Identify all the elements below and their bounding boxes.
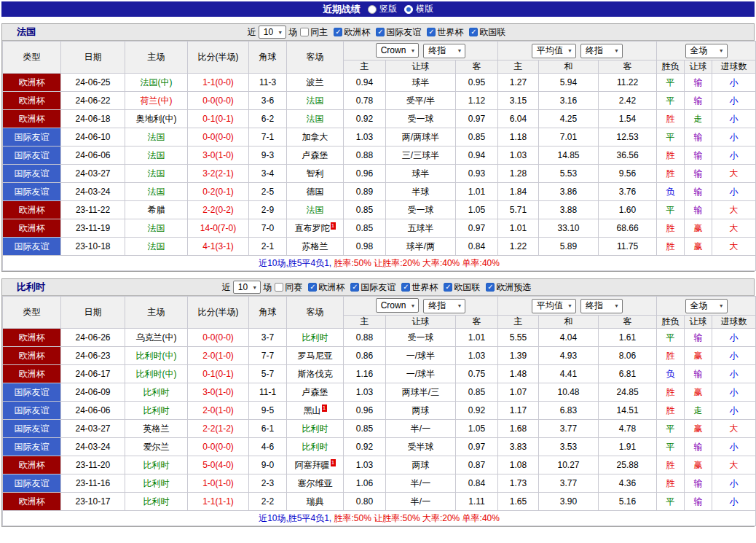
period-dropdown[interactable]: 全场▼ bbox=[685, 299, 728, 313]
period-dropdown[interactable]: 全场▼ bbox=[685, 44, 728, 58]
avg-home-cell: 1.65 bbox=[498, 493, 539, 511]
avg-home-cell: 1.28 bbox=[498, 165, 539, 183]
summary-record: 近10场,胜5平4负1, bbox=[259, 258, 334, 268]
matches-label: 场 bbox=[288, 26, 297, 39]
match-row: 欧洲杯24-06-17比利时(中)0-1(0-1)5-7斯洛伐克1.16一/球半… bbox=[3, 365, 756, 383]
handicap-cell: 球半 bbox=[386, 165, 456, 183]
handicap-cell: 一/球半 bbox=[386, 365, 456, 383]
competition-filter-1-checkbox[interactable] bbox=[376, 28, 385, 36]
competition-type-cell: 欧洲杯 bbox=[3, 92, 61, 110]
odds-home-cell: 0.86 bbox=[344, 347, 386, 365]
corner-cell: 11-1 bbox=[249, 383, 287, 402]
goals-result-cell: 小 bbox=[712, 147, 756, 165]
bookmaker-dropdown[interactable]: Crown▼ bbox=[376, 43, 420, 58]
competition-type-cell: 国际友谊 bbox=[3, 383, 61, 402]
odds-time-dropdown[interactable]: 终指▼ bbox=[423, 299, 465, 313]
odds-home-cell: 0.88 bbox=[344, 147, 386, 165]
handicap-result-cell: 赢 bbox=[685, 383, 712, 402]
odds-time-dropdown[interactable]: 终指▼ bbox=[423, 44, 465, 58]
handicap-result-cell: 输 bbox=[685, 74, 712, 92]
sub-column-header: 进球数 bbox=[712, 316, 756, 329]
competition-filter-4-label[interactable]: 欧洲预选 bbox=[486, 281, 531, 294]
date-cell: 24-06-26 bbox=[61, 329, 125, 347]
column-header: 主场 bbox=[125, 42, 188, 74]
competition-filter-2-checkbox[interactable] bbox=[427, 28, 436, 36]
competition-filter-1-checkbox[interactable] bbox=[350, 283, 359, 292]
competition-filter-2-label[interactable]: 世界杯 bbox=[401, 281, 438, 294]
competition-filter-3-label[interactable]: 欧国联 bbox=[444, 281, 480, 294]
recent-count-dropdown[interactable]: 10▼ bbox=[233, 281, 261, 294]
competition-filter-0-checkbox[interactable] bbox=[308, 283, 317, 292]
competition-filter-0-label[interactable]: 欧洲杯 bbox=[308, 281, 344, 294]
handicap-result-cell: 赢 bbox=[685, 347, 712, 365]
odds-away-cell: 1.11 bbox=[456, 493, 498, 511]
same-filter-checkbox[interactable] bbox=[300, 28, 309, 36]
home-team-cell: 希腊 bbox=[125, 201, 188, 219]
score-cell: 0-0(0-0) bbox=[188, 92, 249, 110]
bookmaker-dropdown[interactable]: Crown▼ bbox=[376, 298, 420, 313]
competition-filter-0-checkbox[interactable] bbox=[334, 28, 342, 36]
average-dropdown-value: 平均值 bbox=[537, 300, 563, 312]
handicap-result-cell: 走 bbox=[685, 110, 712, 128]
result-cell: 胜 bbox=[657, 219, 685, 238]
avg-time-dropdown[interactable]: 终指▼ bbox=[580, 44, 623, 58]
avg-draw-cell: 33.10 bbox=[539, 219, 599, 238]
competition-filter-0-label[interactable]: 欧洲杯 bbox=[334, 26, 370, 39]
corner-cell: 9-3 bbox=[249, 147, 287, 165]
odds-away-cell: 0.85 bbox=[456, 128, 498, 147]
competition-filter-3-checkbox[interactable] bbox=[444, 283, 452, 292]
average-dropdown[interactable]: 平均值▼ bbox=[532, 299, 576, 313]
competition-type-cell: 欧洲杯 bbox=[3, 329, 61, 347]
sections-container: 法国近10▼场同主欧洲杯国际友谊世界杯欧国联类型日期主场比分(半场)角球客场Cr… bbox=[1, 23, 755, 527]
competition-filter-1-label[interactable]: 国际友谊 bbox=[376, 26, 421, 39]
section-header: 法国近10▼场同主欧洲杯国际友谊世界杯欧国联 bbox=[2, 24, 754, 41]
result-cell: 平 bbox=[657, 420, 685, 438]
away-team-cell: 法国 bbox=[287, 201, 344, 219]
handicap-result-cell: 输 bbox=[685, 474, 712, 493]
odds-away-cell: 0.93 bbox=[456, 165, 498, 183]
avg-away-cell: 8.06 bbox=[599, 347, 657, 365]
result-cell: 平 bbox=[657, 438, 685, 456]
odds-away-cell: 0.84 bbox=[456, 238, 498, 256]
corner-cell: 3-7 bbox=[249, 329, 287, 347]
odds-home-cell: 0.78 bbox=[344, 92, 386, 110]
competition-filter-4-text: 欧洲预选 bbox=[496, 281, 531, 294]
competition-filter-3-label[interactable]: 欧国联 bbox=[469, 26, 505, 39]
result-cell: 胜 bbox=[657, 383, 685, 402]
avg-away-cell: 1.54 bbox=[599, 110, 657, 128]
match-row: 欧洲杯24-06-25法国(中)1-1(0-0)11-3波兰0.94球半0.95… bbox=[3, 74, 756, 92]
avg-time-dropdown[interactable]: 终指▼ bbox=[580, 299, 623, 313]
same-filter-label[interactable]: 同赛 bbox=[275, 281, 302, 294]
corner-cell: 7-7 bbox=[249, 347, 287, 365]
competition-filter-2-checkbox[interactable] bbox=[401, 283, 410, 292]
view-option-horizontal[interactable]: 横版 bbox=[404, 3, 433, 15]
competition-filter-3-checkbox[interactable] bbox=[469, 28, 478, 36]
chevron-down-icon: ▼ bbox=[410, 48, 415, 53]
handicap-result-cell: 输 bbox=[685, 183, 712, 201]
recent-count-dropdown[interactable]: 10▼ bbox=[259, 26, 286, 39]
competition-filter-2-label[interactable]: 世界杯 bbox=[427, 26, 463, 39]
avg-draw-cell: 14.85 bbox=[539, 147, 599, 165]
chevron-down-icon: ▼ bbox=[567, 303, 572, 308]
competition-type-cell: 国际友谊 bbox=[3, 438, 61, 456]
competition-filter-4-checkbox[interactable] bbox=[486, 283, 495, 292]
corner-cell: 5-7 bbox=[249, 365, 287, 383]
avg-draw-cell: 4.04 bbox=[539, 329, 599, 347]
handicap-result-cell: 输 bbox=[685, 165, 712, 183]
handicap-cell: 两/两球半 bbox=[386, 128, 456, 147]
avg-draw-cell: 10.48 bbox=[539, 383, 599, 402]
away-team-cell: 瑞典 bbox=[287, 493, 344, 511]
score-cell: 4-1(3-1) bbox=[188, 238, 249, 256]
view-option-vertical[interactable]: 竖版 bbox=[368, 3, 397, 15]
match-row: 欧洲杯23-11-20比利时5-0(4-0)9-0阿塞拜疆11.03两球0.87… bbox=[3, 456, 756, 474]
corner-cell: 4-6 bbox=[249, 438, 287, 456]
competition-filter-1-label[interactable]: 国际友谊 bbox=[350, 281, 395, 294]
team-name: 法国 bbox=[17, 26, 36, 39]
sub-column-header: 客 bbox=[456, 316, 498, 329]
average-dropdown[interactable]: 平均值▼ bbox=[532, 44, 576, 58]
home-team-cell: 法国 bbox=[125, 183, 188, 201]
avg-header-cell: 平均值▼终指▼ bbox=[498, 42, 657, 60]
sub-column-header: 客 bbox=[599, 60, 657, 74]
same-filter-checkbox[interactable] bbox=[275, 283, 283, 292]
same-filter-label[interactable]: 同主 bbox=[300, 26, 328, 39]
